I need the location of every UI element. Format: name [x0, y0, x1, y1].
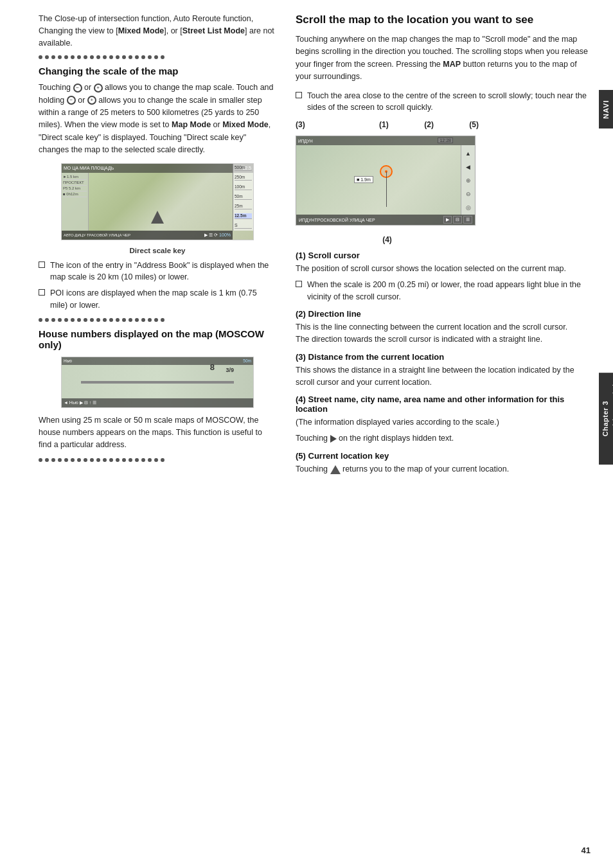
scroll-map-image: 12:28 ■ 1.9m ▲ ◀ ⊕ ⊖ — [296, 136, 475, 226]
section2-heading-text: House numbers displayed on the map (MOSC… — [39, 328, 264, 350]
right-bullet-text-1: Touch the area close to the centre of th… — [307, 90, 594, 114]
navi-tab: NAVI — [599, 90, 613, 128]
house-scale-text: 50m — [243, 359, 251, 363]
scale-25m: 25m — [235, 204, 252, 209]
scroll-btn-1[interactable]: ▶ — [443, 216, 452, 224]
scale-map-inner: МО ЦА МИА ПЛОЩАДЬ 12.5 ►1.5 km ПРОСПЕКТ … — [62, 164, 253, 240]
bullet-poi: POI icons are displayed when the map sca… — [39, 287, 276, 312]
house-map-image: 3/9 8 ◄ Нью ▶ ⊟ ↑ ☰ Нью 50m — [61, 357, 254, 408]
label-2: (2) — [424, 120, 434, 129]
house-road — [81, 381, 234, 384]
sub2-text: This is the line connecting between the … — [296, 321, 594, 346]
toolbar-btn-1: ▲ — [465, 150, 471, 157]
section2-body: When using 25 m scale or 50 m scale maps… — [39, 414, 276, 452]
house-top-bar: Нью 50m — [62, 357, 253, 365]
section2-heading: House numbers displayed on the map (MOSC… — [39, 328, 276, 350]
subsection-scroll-cursor: (1) Scroll cursor The position of scroll… — [296, 251, 594, 303]
subsections-container: (1) Scroll cursor The position of scroll… — [296, 251, 594, 475]
nav-arrow — [151, 211, 164, 224]
scale-12-5m: 12.5m — [235, 213, 252, 219]
scale-s: S — [235, 223, 252, 229]
triangle-up-icon — [330, 465, 341, 474]
lp-row-4: ■ 0h12m — [63, 191, 87, 197]
subsection-current-location: (5) Current location key Touching return… — [296, 451, 594, 475]
sub3-text: This shows the distance in a straight li… — [296, 364, 594, 389]
sub1-bullet: When the scale is 200 m (0.25 mi) or low… — [296, 279, 594, 303]
chapter-tab: Chapter 3 How to Read the Map Display — [599, 373, 613, 465]
scroll-btn-2[interactable]: ⊟ — [453, 216, 462, 224]
scroll-map-wrapper: (3) (1) (2) (5) 12:28 — [296, 120, 594, 244]
house-bar-text: ◄ Нью ▶ ⊟ ↑ ☰ — [64, 400, 96, 405]
subsection-distance: (3) Distance from the current location T… — [296, 352, 594, 389]
sub5-text: Touching returns you to the map of your … — [296, 463, 594, 475]
right-heading: Scroll the map to the location you want … — [296, 13, 594, 27]
toolbar-btn-zoom: ⊕ — [466, 177, 471, 184]
sub2-heading: (2) Direction line — [296, 309, 594, 319]
scale-250m: 250m — [235, 175, 252, 181]
sub4-heading-text: (4) Street name, city name, area name an… — [296, 394, 564, 414]
map-top-labels: (3) (1) (2) (5) — [296, 120, 479, 129]
zoom-out-icon: − — [73, 84, 82, 93]
subsection-direction-line: (2) Direction line This is the line conn… — [296, 309, 594, 346]
triangle-right-icon — [330, 435, 337, 443]
scroll-bottom-text: ИПДУНТРОСКОВСКОЙ УЛИЦА ЧЕР — [299, 218, 375, 222]
direction-line — [386, 172, 387, 207]
label-1: (1) — [379, 120, 389, 129]
zoom-out-icon-2: − — [67, 96, 76, 105]
bullet-address-book: The icon of the entry in "Address Book" … — [39, 260, 276, 284]
left-column: The Close-up of intersection function, A… — [39, 13, 289, 849]
sub4-text: (The information displayed varies accord… — [296, 416, 594, 429]
subsection-street-name: (4) Street name, city name, area name an… — [296, 394, 594, 445]
dots-divider-1 — [39, 55, 276, 59]
house-num-text: 3/9 — [226, 367, 234, 373]
right-column: Scroll the map to the location you want … — [289, 13, 594, 849]
distance-badge: ■ 1.9m — [354, 176, 373, 183]
bottom-zoom: 100% — [219, 233, 231, 237]
right-intro: Touching anywhere on the map changes the… — [296, 33, 594, 84]
dots-divider-3 — [39, 458, 276, 462]
map-top-text: МО ЦА МИА ПЛОЩАДЬ — [64, 166, 114, 170]
section1-body: Touching − or + allows you to change the… — [39, 82, 276, 156]
sub5-heading: (5) Current location key — [296, 451, 594, 461]
scroll-top-text: ИПДУН — [298, 139, 313, 143]
sub1-heading: (1) Scroll cursor — [296, 251, 594, 260]
toolbar-btn-3: ◎ — [466, 204, 471, 211]
main-content: The Close-up of intersection function, A… — [0, 0, 613, 868]
page-number: 41 — [582, 846, 591, 855]
label-3: (3) — [296, 120, 305, 129]
right-heading-text: Scroll the map to the location you want … — [296, 13, 533, 26]
section1-heading: Changing the scale of the map — [39, 66, 276, 76]
scroll-bottom-bar: ИПДУНТРОСКОВСКОЙ УЛИЦА ЧЕР ▶ ⊟ ☰ — [296, 215, 475, 225]
arrow-up — [151, 211, 164, 224]
sub4-extra: Touching on the right displays hidden te… — [296, 432, 594, 445]
scroll-bottom-btns: ▶ ⊟ ☰ — [443, 216, 472, 224]
house-map-inner: 3/9 8 ◄ Нью ▶ ⊟ ↑ ☰ Нью 50m — [62, 357, 253, 407]
scale-500m: 500m — [235, 165, 252, 171]
lp-row-2: ПРОСПЕКТ — [63, 180, 87, 186]
house-bottom-bar: ◄ Нью ▶ ⊟ ↑ ☰ — [62, 398, 253, 407]
sub3-heading: (3) Distance from the current location — [296, 352, 594, 362]
page-container: NAVI Chapter 3 How to Read the Map Displ… — [0, 0, 613, 868]
right-toolbar: ▲ ◀ ⊕ ⊖ ◎ — [461, 145, 475, 216]
toolbar-btn-2: ◀ — [466, 164, 470, 170]
map-top-bar: МО ЦА МИА ПЛОЩАДЬ 12.5 — [62, 164, 253, 173]
sub1-text: The position of scroll cursor shows the … — [296, 263, 594, 275]
scale-map-image: МО ЦА МИА ПЛОЩАДЬ 12.5 ►1.5 km ПРОСПЕКТ … — [61, 163, 254, 240]
sub1-bullet-sq — [296, 281, 302, 287]
scroll-map-inner: 12:28 ■ 1.9m ▲ ◀ ⊕ ⊖ — [296, 136, 475, 225]
sub1-bullet-text: When the scale is 200 m (0.25 mi) or low… — [307, 279, 594, 303]
scroll-btn-map[interactable]: ☰ — [463, 216, 472, 224]
map-caption: Direct scale key — [39, 247, 276, 254]
right-bullet-touch: Touch the area close to the centre of th… — [296, 90, 594, 114]
sub4-heading: (4) Street name, city name, area name an… — [296, 394, 594, 414]
bullet-text-1: The icon of the entry in "Address Book" … — [50, 260, 276, 284]
bottom-bar-text: АВТО·ДИЦУ·ТРАСОВОЙ УЛИЦА ЧЕР — [64, 233, 130, 237]
lp-row-1: ►1.5 km — [63, 174, 87, 180]
label-4-container: (4) — [296, 235, 479, 244]
label-5: (5) — [469, 120, 479, 129]
scale-50m: 50m — [235, 194, 252, 200]
dots-divider-2 — [39, 318, 276, 322]
bullet-text-2: POI icons are displayed when the map sca… — [50, 287, 276, 312]
sub5-heading-text: (5) Current location key — [296, 451, 389, 461]
map-bottom-bar: АВТО·ДИЦУ·ТРАСОВОЙ УЛИЦА ЧЕР ▶ ☰ ⟳ 100% — [62, 231, 233, 240]
